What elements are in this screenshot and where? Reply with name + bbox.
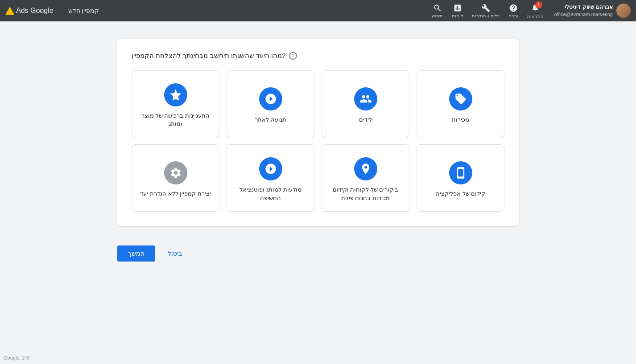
goal-card-product-brand[interactable]: התעניינות ברכישה של מוצר ומותג	[132, 70, 219, 137]
top-navigation: אברהם שיווק דיגיטלי office@avraham.marke…	[0, 0, 636, 21]
product-brand-icon-circle	[164, 83, 187, 106]
brand-awareness-label: מודעות למותג ופוטנציאל החשיפה	[234, 186, 307, 202]
goal-card-website-traffic[interactable]: תנועה לאתר	[227, 70, 314, 137]
bar-chart-icon	[453, 4, 462, 12]
tag-icon	[454, 93, 467, 105]
goals-grid: מכירות לידים תנועה לאתר	[132, 70, 504, 212]
google-ads-logo: Ads Google	[5, 7, 54, 15]
reports-label: דוחות	[452, 13, 463, 18]
no-goal-label: יצירת קמפיין ללא הגדרת יעד	[140, 190, 211, 198]
avatar[interactable]	[616, 4, 631, 18]
main-content: ? ?מהו היעד שהשגתו תיחשב מבחינתך להצלחת …	[0, 21, 636, 235]
wrench-icon	[481, 4, 490, 12]
no-goal-icon-circle	[164, 161, 187, 184]
app-promotion-icon-circle	[449, 161, 472, 184]
question-icon	[509, 4, 518, 12]
notification-badge: 1	[535, 1, 542, 8]
user-section: אברהם שיווק דיגיטלי office@avraham.marke…	[432, 3, 631, 19]
ads-google-text: Ads Google	[16, 7, 54, 15]
location-pin-icon	[359, 163, 372, 175]
question-text: ?מהו היעד שהשגתו תיחשב מבחינתך להצלחת הק…	[132, 52, 285, 60]
user-name: אברהם שיווק דיגיטלי	[554, 4, 613, 11]
user-info: אברהם שיווק דיגיטלי office@avraham.marke…	[554, 4, 613, 18]
cancel-button[interactable]: ביטול	[161, 245, 189, 262]
brand-awareness-icon-circle	[259, 157, 282, 180]
search-icon	[433, 4, 442, 12]
product-brand-label: התעניינות ברכישה של מוצר ומותג	[139, 112, 212, 128]
sales-icon-circle	[449, 87, 472, 110]
notifications-icon-item[interactable]: 1 התראות	[527, 3, 544, 19]
sparkles-icon	[264, 93, 277, 105]
mobile-icon	[454, 167, 467, 179]
search-icon-item[interactable]: חיפוש	[432, 4, 443, 18]
goal-card-no-goal[interactable]: יצירת קמפיין ללא הגדרת יעד	[132, 144, 219, 211]
website-traffic-icon-circle	[259, 87, 282, 110]
help-label: עזרה	[508, 13, 518, 18]
star-burst-icon	[169, 89, 182, 101]
card-question: ? ?מהו היעד שהשגתו תיחשב מבחינתך להצלחת …	[132, 52, 504, 60]
reports-icon-item[interactable]: דוחות	[452, 4, 463, 18]
goal-card-leads[interactable]: לידים	[322, 70, 409, 137]
help-circle-icon[interactable]: ?	[289, 52, 297, 60]
search-label: חיפוש	[432, 13, 443, 18]
nav-icons: 1 התראות עזרה כלים ו-הגדרות	[432, 3, 543, 19]
topnav-right: קמפיין חדש Ads Google	[5, 5, 103, 16]
goal-card-sales[interactable]: מכירות	[417, 70, 504, 137]
campaign-goal-card: ? ?מהו היעד שהשגתו תיחשב מבחינתך להצלחת …	[117, 39, 519, 226]
help-icon-item[interactable]: עזרה	[508, 4, 518, 18]
notifications-label: התראות	[527, 14, 544, 19]
vertical-divider	[59, 5, 59, 16]
local-visits-icon-circle	[354, 157, 377, 180]
copyright-text: © Google, 2	[4, 355, 30, 360]
continue-button[interactable]: המשך	[117, 245, 155, 262]
goal-card-app-promotion[interactable]: קידום של אפליקציה	[417, 144, 504, 211]
goal-card-local-visits[interactable]: ביקורים של לקוחות וקידום מכירות בחנות פי…	[322, 144, 409, 211]
sales-label: מכירות	[452, 116, 469, 124]
website-traffic-label: תנועה לאתר	[255, 116, 286, 124]
leads-label: לידים	[359, 116, 372, 124]
new-campaign-button[interactable]: קמפיין חדש	[65, 5, 103, 16]
people-icon	[359, 93, 372, 105]
goal-card-brand-awareness[interactable]: מודעות למותג ופוטנציאל החשיפה	[227, 144, 314, 211]
leads-icon-circle	[354, 87, 377, 110]
play-circle-icon	[264, 163, 277, 175]
app-promotion-label: קידום של אפליקציה	[436, 190, 485, 198]
ads-triangle-icon	[5, 7, 14, 15]
tools-icon-item[interactable]: כלים ו-הגדרות	[472, 4, 499, 18]
local-visits-label: ביקורים של לקוחות וקידום מכירות בחנות פי…	[329, 186, 402, 202]
user-email: office@avraham.marketing	[554, 11, 613, 18]
bottom-actions: המשך ביטול	[108, 245, 528, 262]
gear-icon	[169, 167, 182, 179]
footer-copyright: © Google, 2	[4, 355, 30, 360]
tools-label: כלים ו-הגדרות	[472, 13, 499, 18]
